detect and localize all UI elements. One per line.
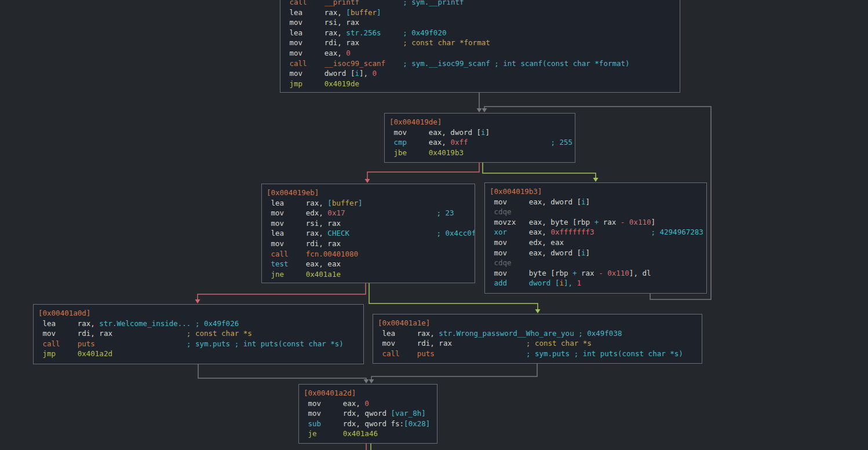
asm-token: rax <box>577 269 599 277</box>
asm-token: mov eax, <box>304 399 364 408</box>
asm-line[interactable]: xor eax, 0xfffffff3 ; 4294967283 <box>490 227 702 237</box>
asm-line[interactable]: mov rsi, rax <box>267 218 470 229</box>
asm-token: cmp <box>389 138 407 147</box>
block-address-label[interactable]: [0x00401a2d] <box>304 388 432 398</box>
asm-token: jne 0x401a1e <box>267 270 341 279</box>
asm-line[interactable]: call puts ; sym.puts ; int puts(const ch… <box>378 349 697 359</box>
asm-line[interactable]: mov edx, 0x17 ; 23 <box>267 208 470 218</box>
asm-token: i <box>581 248 586 257</box>
asm-line[interactable]: call puts ; sym.puts ; int puts(const ch… <box>38 339 359 349</box>
asm-line[interactable]: lea rax, CHECK ; 0x4cc0f0 <box>267 228 470 239</box>
asm-token: mov eax, dword [ <box>490 197 581 206</box>
asm-token: ], <box>359 69 373 78</box>
asm-line[interactable]: call __printf ; sym.__printf <box>285 0 675 8</box>
arrowhead-down-icon <box>195 299 200 303</box>
asm-line[interactable]: lea rax, [buffer] <box>267 198 470 208</box>
asm-token: ; const char *s <box>112 329 252 338</box>
block-0x004019b3[interactable]: [0x004019b3] mov eax, dword [i] cdqe mov… <box>484 182 707 294</box>
asm-line[interactable]: test eax, eax <box>267 259 470 269</box>
asm-token: 0x17 <box>327 208 345 217</box>
asm-token: 1 <box>577 279 582 287</box>
asm-token: mov rdi, rax <box>267 239 341 248</box>
asm-token: ; const char *s <box>452 339 592 347</box>
block-0x00401a2d[interactable]: [0x00401a2d] mov eax, 0 mov rdx, qword [… <box>298 384 437 444</box>
asm-token: str.Wrong_password__Who_are_you ; 0x49f0… <box>439 329 622 338</box>
asm-line[interactable]: jmp 0x401a2d <box>38 349 359 359</box>
asm-line[interactable]: lea rax, str.Wrong_password__Who_are_you… <box>378 328 697 339</box>
asm-token: ] <box>486 128 490 137</box>
asm-line[interactable]: je 0x401a46 <box>304 429 432 439</box>
block-address-label[interactable]: [0x004019b3] <box>490 186 702 197</box>
block-0x004019eb[interactable]: [0x004019eb] lea rax, [buffer] mov edx, … <box>261 184 475 283</box>
asm-line[interactable]: lea rax, str.Welcome_inside... ; 0x49f02… <box>38 319 359 329</box>
asm-line[interactable]: mov rdx, qword [var_8h] <box>304 408 432 419</box>
asm-token: call __isoc99_scanf <box>285 59 385 68</box>
asm-line[interactable]: mov eax, 0 <box>285 48 675 58</box>
arrowhead-down-icon <box>369 379 374 383</box>
asm-line[interactable]: mov eax, dword [i] <box>490 248 702 258</box>
asm-line[interactable]: mov rdi, rax ; const char *s <box>378 338 697 349</box>
asm-line[interactable]: movzx eax, byte [rbp + rax - 0x110] <box>490 217 702 228</box>
asm-line[interactable]: cdqe <box>490 258 702 268</box>
asm-token: movzx eax, byte [rbp <box>490 218 595 226</box>
asm-token: jmp 0x4019de <box>285 79 359 88</box>
asm-token: jbe 0x4019b3 <box>389 148 464 157</box>
asm-line[interactable]: cmp eax, 0xff ; 255 <box>389 137 570 148</box>
disassembly-graph[interactable]: call __printf ; sym.__printf lea rax, [b… <box>0 0 868 450</box>
asm-token: ] <box>377 8 381 17</box>
asm-line[interactable]: add dword [i], 1 <box>490 278 702 288</box>
asm-line[interactable]: mov byte [rbp + rax - 0x110], dl <box>490 268 702 279</box>
asm-line[interactable]: jbe 0x4019b3 <box>389 148 570 158</box>
block-address-label[interactable]: [0x00401a1e] <box>378 318 697 328</box>
asm-token: ; sym.__printf <box>359 0 464 6</box>
asm-token: mov rdx, qword <box>304 409 391 418</box>
asm-token: mov rdi, rax <box>285 38 359 47</box>
asm-line[interactable]: lea rax, [buffer] <box>285 8 675 18</box>
asm-token: [var_8h] <box>391 409 426 418</box>
asm-token: [ <box>346 8 351 17</box>
asm-token: lea rax, <box>378 329 439 338</box>
asm-line[interactable]: mov rsi, rax <box>285 17 675 28</box>
asm-token: ; sym.puts ; int puts(const char *s) <box>95 339 344 348</box>
arrowhead-down-icon <box>482 108 487 112</box>
asm-line[interactable]: mov rdi, rax ; const char *format <box>285 38 675 48</box>
asm-token: i <box>581 197 586 206</box>
block-0x00401a0d[interactable]: [0x00401a0d] lea rax, str.Welcome_inside… <box>33 304 364 364</box>
asm-token: test <box>267 259 289 268</box>
asm-line[interactable]: jne 0x401a1e <box>267 269 470 280</box>
asm-line[interactable]: mov rdi, rax ; const char *s <box>38 328 359 339</box>
block-entry-clipped[interactable]: call __printf ; sym.__printf lea rax, [b… <box>280 0 680 93</box>
asm-token: je 0x401a46 <box>304 429 378 438</box>
asm-token: lea rax, <box>285 8 346 17</box>
asm-line[interactable]: sub rdx, qword fs:[0x28] <box>304 419 432 429</box>
asm-token: jmp 0x401a2d <box>38 349 112 358</box>
asm-line[interactable]: mov dword [i], 0 <box>285 68 675 79</box>
asm-token: mov rsi, rax <box>285 18 359 27</box>
asm-line[interactable]: call fcn.00401080 <box>267 249 470 259</box>
asm-line[interactable]: mov eax, dword [i] <box>490 197 702 207</box>
asm-token: eax, <box>407 138 450 147</box>
asm-token: mov rdi, rax <box>38 329 112 338</box>
asm-line[interactable]: mov rdi, rax <box>267 239 470 249</box>
block-0x004019de[interactable]: [0x004019de] mov eax, dword [i] cmp eax,… <box>384 113 575 163</box>
asm-line[interactable]: mov eax, dword [i] <box>389 127 570 138</box>
asm-token: 0 <box>373 69 377 78</box>
block-address-label[interactable]: [0x004019eb] <box>267 188 470 198</box>
asm-token: [ <box>327 199 332 207</box>
block-0x00401a1e[interactable]: [0x00401a1e] lea rax, str.Wrong_password… <box>373 314 702 364</box>
asm-token: i <box>355 69 359 78</box>
asm-line[interactable]: mov eax, 0 <box>304 398 432 409</box>
block-address-label[interactable]: [0x00401a0d] <box>38 308 359 319</box>
block-address-label[interactable]: [0x004019de] <box>389 117 570 127</box>
asm-line[interactable]: call __isoc99_scanf ; sym.__isoc99_scanf… <box>285 58 675 69</box>
asm-token: lea rax, <box>38 319 99 328</box>
asm-token: call puts <box>378 349 435 358</box>
arrowhead-down-icon <box>535 309 541 313</box>
asm-line[interactable]: cdqe <box>490 207 702 217</box>
asm-line[interactable]: mov edx, eax <box>490 237 702 248</box>
asm-token: ], dl <box>629 269 651 277</box>
asm-line[interactable]: jmp 0x4019de <box>285 79 675 89</box>
asm-token: add dword [ <box>490 279 559 287</box>
asm-line[interactable]: lea rax, str.256s ; 0x49f020 <box>285 28 675 38</box>
arrowhead-down-icon <box>593 178 599 182</box>
